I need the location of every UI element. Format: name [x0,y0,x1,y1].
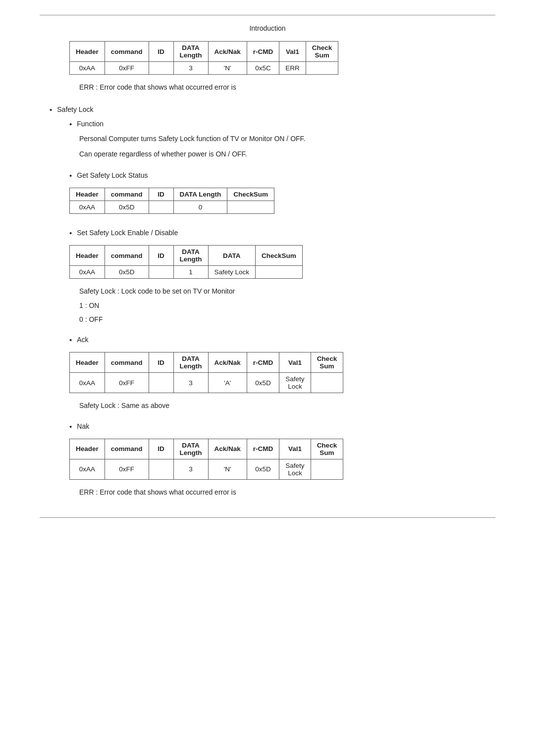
cell-checksum [306,62,338,75]
col-checksum: CheckSum [311,353,343,373]
ack-label: Ack [77,335,88,345]
safety-lock-label: Safety Lock [57,104,93,115]
set-lock-bullet: • [69,229,72,237]
sub-bullet-icon: • [69,120,72,128]
col-id: ID [149,439,173,459]
cell-command: 0xFF [105,459,149,479]
table-row: 0xAA 0x5D 1 Safety Lock [70,266,303,279]
col-val1: Val1 [279,353,311,373]
cell-data-length: 3 [173,459,208,479]
table-row: 0xAA 0xFF 3 'N' 0x5D SafetyLock [70,459,343,479]
cell-rcmd: 0x5C [247,62,279,75]
get-status-table: Header command ID DATA Length CheckSum 0… [69,188,274,214]
col-checksum: CheckSum [227,188,274,201]
ack-bullet: • [69,336,72,344]
error-response-table-container: Header command ID DATALength Ack/Nak r-C… [69,41,495,75]
col-command: command [105,246,149,266]
col-header-command: command [105,42,149,62]
col-data-length: DATA Length [173,188,227,201]
cell-rcmd: 0x5D [247,459,279,479]
page: Introduction Header command ID DATALengt… [0,0,535,756]
cell-data: Safety Lock [208,266,256,279]
error-response-table: Header command ID DATALength Ack/Nak r-C… [69,41,338,75]
col-acknak: Ack/Nak [208,353,247,373]
col-checksum: CheckSum [311,439,343,459]
col-data-length: DATALength [173,353,208,373]
error-note-top: ERR : Error code that shows what occurre… [79,82,495,93]
cell-header: 0xAA [70,459,105,479]
col-val1: Val1 [279,439,311,459]
cell-header: 0xAA [70,201,105,214]
cell-header: 0xAA [70,266,105,279]
get-status-bullet: • [69,171,72,180]
col-command: command [105,439,149,459]
col-header: Header [70,246,105,266]
get-status-label: Get Safety Lock Status [77,170,148,181]
bottom-divider [40,517,495,518]
nak-table: Header command ID DATALength Ack/Nak r-C… [69,439,343,480]
cell-command: 0xFF [105,373,149,393]
function-desc2: Can operate regardless of whether power … [79,149,495,159]
col-header-header: Header [70,42,105,62]
table-row: 0xAA 0xFF 3 'A' 0x5D SafetyLock [70,373,343,393]
cell-acknak: 'N' [208,459,247,479]
safety-lock-section: • Safety Lock [50,104,495,115]
col-id: ID [149,246,173,266]
col-id: ID [149,353,173,373]
set-lock-table: Header command ID DATALength DATA CheckS… [69,245,303,279]
set-lock-section: • Set Safety Lock Enable / Disable [69,228,495,238]
set-lock-table-container: Header command ID DATALength DATA CheckS… [69,245,495,279]
zero-off-note: 0 : OFF [79,314,495,325]
col-rcmd: r-CMD [247,439,279,459]
cell-val1: ERR [279,62,306,75]
nak-label: Nak [77,421,89,432]
col-header: Header [70,188,105,201]
col-data-length: DATALength [173,439,208,459]
col-command: command [105,353,149,373]
col-data-length: DATALength [173,246,208,266]
col-header-rcmd: r-CMD [247,42,279,62]
cell-command: 0x5D [105,201,149,214]
top-divider [40,15,495,15]
col-header: Header [70,353,105,373]
col-command: command [105,188,149,201]
col-header-checksum: CheckSum [306,42,338,62]
cell-checksum [311,459,343,479]
col-header-id: ID [149,42,173,62]
col-data: DATA [208,246,256,266]
error-note-bottom: ERR : Error code that shows what occurre… [79,487,495,498]
cell-data-length: 3 [173,62,208,75]
cell-acknak: 'N' [208,62,247,75]
ack-table-container: Header command ID DATALength Ack/Nak r-C… [69,352,495,393]
safety-lock-note: Safety Lock : Lock code to be set on TV … [79,286,495,297]
function-label: Function [77,119,104,129]
table-row: 0xAA 0x5D 0 [70,201,274,214]
cell-header: 0xAA [70,62,105,75]
nak-table-container: Header command ID DATALength Ack/Nak r-C… [69,439,495,480]
get-status-table-container: Header command ID DATA Length CheckSum 0… [69,188,495,214]
cell-data-length: 0 [173,201,227,214]
function-desc1: Personal Computer turns Safety Lock func… [79,133,495,144]
col-header-acknak: Ack/Nak [208,42,247,62]
get-status-section: • Get Safety Lock Status [69,170,495,181]
cell-acknak: 'A' [208,373,247,393]
ack-section: • Ack [69,335,495,345]
nak-bullet: • [69,422,72,431]
cell-checksum [311,373,343,393]
col-rcmd: r-CMD [247,353,279,373]
cell-val1: SafetyLock [279,459,311,479]
cell-checksum [227,201,274,214]
col-header-data-length: DATALength [173,42,208,62]
set-lock-label: Set Safety Lock Enable / Disable [77,228,178,238]
cell-id [149,459,173,479]
safety-lock-same-note: Safety Lock : Same as above [79,400,495,411]
col-id: ID [149,188,173,201]
col-acknak: Ack/Nak [208,439,247,459]
cell-checksum [256,266,303,279]
cell-command: 0xFF [105,62,149,75]
page-title: Introduction [40,24,495,32]
col-header-val1: Val1 [279,42,306,62]
col-header: Header [70,439,105,459]
cell-rcmd: 0x5D [247,373,279,393]
cell-id [149,373,173,393]
